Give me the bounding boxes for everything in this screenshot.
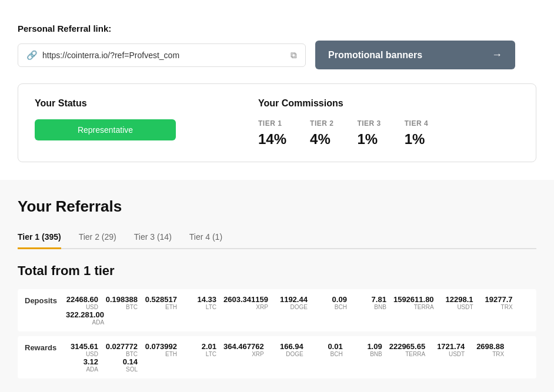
deposit-eth-value: 0.528517: [145, 295, 177, 304]
reward-trx-value: 2698.88: [476, 342, 504, 351]
deposit-trx-currency: TRX: [501, 304, 513, 310]
referral-link-input[interactable]: 🔗 https://cointerra.io/?ref=Profvest_com…: [18, 43, 306, 67]
deposit-doge-currency: DOGE: [290, 304, 307, 310]
deposits-row: Deposits 22468.60 USD 0.198388 BTC 0.528…: [18, 289, 536, 331]
reward-usd: 3145.61 USD: [66, 342, 98, 357]
reward-xrp-value: 364.467762: [223, 342, 264, 351]
representative-badge: Representative: [35, 119, 176, 140]
deposit-ada: 322.281.00 ADA: [66, 310, 104, 326]
reward-doge: 166.94 DOGE: [271, 342, 303, 357]
deposit-ada-currency: ADA: [92, 319, 105, 326]
reward-bch: 0.01 BCH: [311, 342, 343, 357]
tab-tier-2[interactable]: Tier 2 (29): [79, 227, 116, 249]
reward-usd-value: 3145.61: [71, 342, 98, 351]
referral-row: 🔗 https://cointerra.io/?ref=Profvest_com…: [18, 41, 536, 69]
deposit-ltc-currency: LTC: [206, 304, 216, 310]
deposit-usd-value: 22468.60: [66, 295, 98, 304]
deposit-xrp-value: 2603.341159: [223, 295, 268, 304]
tier-3-value: 1%: [357, 131, 381, 148]
reward-bnb-value: 1.09: [367, 342, 382, 351]
deposit-bch-value: 0.09: [332, 295, 347, 304]
promo-btn-label: Promotional banners: [328, 50, 422, 61]
reward-sol-currency: SOL: [126, 366, 138, 373]
reward-bch-value: 0.01: [328, 342, 342, 351]
status-commissions-box: Your Status Representative Your Commissi…: [18, 83, 536, 162]
reward-ada-value: 3.12: [84, 357, 98, 366]
deposit-ltc: 14.33 LTC: [184, 295, 216, 310]
reward-terra: 222965.65 TERRA: [389, 342, 425, 357]
commissions-section: Your Commissions TIER 1 14% TIER 2 4% TI…: [258, 98, 519, 148]
tier-1-value: 14%: [258, 131, 286, 148]
tab-tier-3[interactable]: Tier 3 (14): [134, 227, 172, 249]
reward-ada-currency: ADA: [86, 366, 98, 373]
copy-icon[interactable]: ⧉: [291, 50, 297, 61]
tier-3-item: TIER 3 1%: [357, 119, 381, 148]
tier-4-value: 1%: [405, 131, 428, 148]
commissions-title: Your Commissions: [258, 98, 519, 109]
deposit-ada-value: 322.281.00: [66, 310, 104, 319]
reward-usdt-value: 1721.74: [437, 342, 465, 351]
deposit-trx: 19277.7 TRX: [480, 295, 513, 310]
deposit-usd-currency: USD: [86, 304, 98, 310]
deposit-xrp-currency: XRP: [256, 304, 268, 310]
reward-usdt-currency: USDT: [449, 351, 465, 357]
rewards-label: Rewards: [25, 342, 66, 352]
referral-url-text: https://cointerra.io/?ref=Profvest_com: [42, 51, 291, 60]
deposit-btc-currency: BTC: [126, 304, 138, 310]
tier-2-label: TIER 2: [310, 119, 333, 128]
tier-2-item: TIER 2 4%: [310, 119, 333, 148]
reward-btc: 0.027772 BTC: [105, 342, 138, 357]
referral-link-label: Personal Referral link:: [18, 24, 536, 33]
deposit-bnb-currency: BNB: [374, 304, 386, 310]
deposit-terra-currency: TERRA: [414, 304, 434, 310]
deposit-bch-currency: BCH: [335, 304, 347, 310]
tab-tier-1[interactable]: Tier 1 (395): [18, 227, 61, 249]
tabs-row: Tier 1 (395) Tier 2 (29) Tier 3 (14) Tie…: [18, 227, 536, 249]
tier-3-label: TIER 3: [357, 119, 381, 128]
rewards-amounts: 3145.61 USD 0.027772 BTC 0.073992 ETH 2.…: [66, 342, 529, 373]
reward-bch-currency: BCH: [331, 351, 343, 357]
deposit-terra: 1592611.80 TERRA: [393, 295, 434, 310]
deposit-btc-value: 0.198388: [106, 295, 138, 304]
reward-doge-currency: DOGE: [286, 351, 303, 357]
reward-sol: 0.14 SOL: [105, 357, 138, 373]
tier-4-item: TIER 4 1%: [405, 119, 428, 148]
deposit-trx-value: 19277.7: [485, 295, 513, 304]
deposit-usdt: 12298.1 USDT: [441, 295, 473, 310]
tier-4-label: TIER 4: [405, 119, 428, 128]
reward-ada: 3.12 ADA: [66, 357, 98, 373]
deposit-doge-value: 1192.44: [280, 295, 308, 304]
deposit-xrp: 2603.341159 XRP: [223, 295, 268, 310]
promotional-banners-button[interactable]: Promotional banners →: [315, 41, 515, 69]
reward-xrp-currency: XRP: [252, 351, 264, 357]
reward-btc-currency: BTC: [126, 351, 138, 357]
deposit-eth-currency: ETH: [165, 304, 177, 310]
reward-ltc-currency: LTC: [206, 351, 216, 357]
reward-bnb-currency: BNB: [370, 351, 382, 357]
tab-tier-4[interactable]: Tier 4 (1): [189, 227, 222, 249]
deposit-bnb: 7.81 BNB: [354, 295, 386, 310]
reward-ltc-value: 2.01: [202, 342, 216, 351]
reward-ltc: 2.01 LTC: [184, 342, 216, 357]
reward-eth-currency: ETH: [165, 351, 177, 357]
deposit-usdt-currency: USDT: [457, 304, 473, 310]
deposit-usdt-value: 12298.1: [446, 295, 473, 304]
reward-btc-value: 0.027772: [106, 342, 138, 351]
reward-terra-value: 222965.65: [389, 342, 425, 351]
reward-xrp: 364.467762 XRP: [223, 342, 264, 357]
total-from-title: Total from 1 tier: [18, 263, 536, 279]
status-title: Your Status: [35, 98, 258, 109]
deposit-btc: 0.198388 BTC: [105, 295, 138, 310]
status-section: Your Status Representative: [35, 98, 258, 140]
rewards-row: Rewards 3145.61 USD 0.027772 BTC 0.07399…: [18, 336, 536, 378]
link-icon: 🔗: [26, 50, 38, 61]
arrow-icon: →: [492, 49, 502, 61]
deposit-eth: 0.528517 ETH: [145, 295, 177, 310]
tiers-row: TIER 1 14% TIER 2 4% TIER 3 1% TIER 4 1%: [258, 119, 519, 148]
tier-1-label: TIER 1: [258, 119, 286, 128]
tier-2-value: 4%: [310, 131, 333, 148]
reward-eth-value: 0.073992: [145, 342, 177, 351]
reward-usdt: 1721.74 USDT: [432, 342, 465, 357]
deposits-amounts: 22468.60 USD 0.198388 BTC 0.528517 ETH 1…: [66, 295, 529, 326]
deposit-bch: 0.09 BCH: [315, 295, 347, 310]
